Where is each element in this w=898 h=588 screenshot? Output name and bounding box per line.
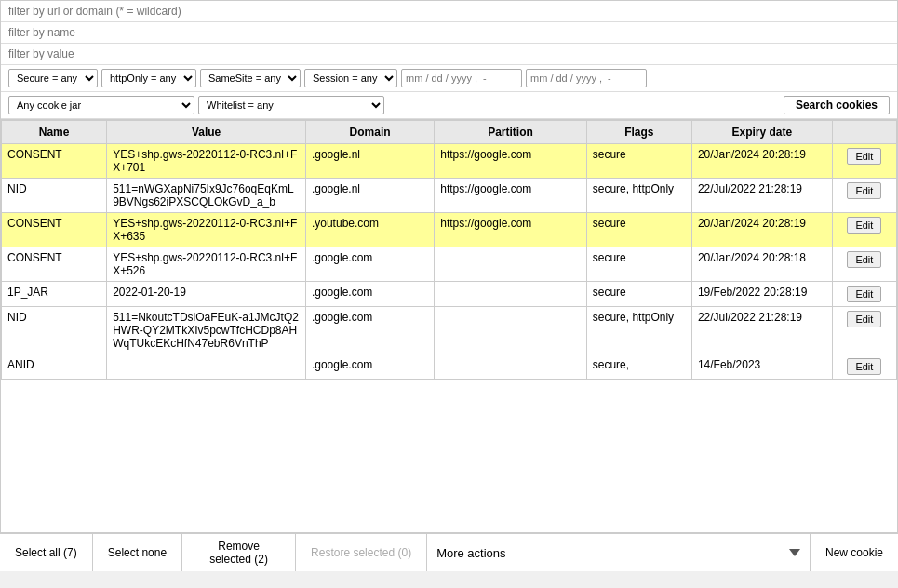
edit-button[interactable]: Edit — [847, 286, 881, 302]
cell-value — [107, 354, 306, 380]
col-header-partition: Partition — [435, 121, 586, 144]
col-header-flags: Flags — [586, 121, 691, 144]
cell-expiry: 14/Feb/2023 — [691, 354, 832, 380]
cell-flags: secure, httpOnly — [586, 307, 691, 354]
cell-partition: https://google.com — [435, 213, 586, 247]
cell-domain: .google.nl — [305, 144, 434, 179]
cell-name: ANID — [2, 354, 107, 380]
edit-button[interactable]: Edit — [847, 182, 881, 199]
cell-flags: secure — [586, 144, 691, 179]
table-header-row: Name Value Domain Partition Flags Expiry… — [2, 121, 897, 144]
dropdown-row-2: Any cookie jar Whitelist = any Search co… — [1, 92, 897, 119]
cell-domain: .google.com — [305, 354, 434, 380]
col-header-name: Name — [2, 121, 107, 144]
cell-expiry: 20/Jan/2024 20:28:19 — [691, 213, 832, 247]
samesite-dropdown[interactable]: SameSite = any — [200, 69, 301, 87]
edit-button[interactable]: Edit — [847, 311, 881, 327]
cell-name: 1P_JAR — [2, 282, 107, 307]
col-header-domain: Domain — [305, 121, 434, 144]
table-row: CONSENT YES+shp.gws-20220112-0-RC3.nl+FX… — [2, 144, 897, 179]
dropdown-row-1: Secure = any httpOnly = any SameSite = a… — [1, 65, 897, 92]
cell-expiry: 22/Jul/2022 21:28:19 — [691, 307, 832, 354]
cell-value: 511=nWGXapNi75Ix9Jc76oqEqKmL9BVNgs62iPXS… — [107, 179, 306, 213]
bottom-bar: Select all (7) Select none Remove select… — [0, 533, 898, 571]
select-none-button[interactable]: Select none — [93, 534, 182, 571]
cell-domain: .google.nl — [305, 179, 434, 213]
cell-flags: secure — [586, 247, 691, 282]
table-body: CONSENT YES+shp.gws-20220112-0-RC3.nl+FX… — [2, 144, 897, 380]
new-cookie-button[interactable]: New cookie — [811, 534, 898, 571]
cell-name: CONSENT — [2, 213, 107, 247]
table-row: CONSENT YES+shp.gws-20220112-0-RC3.nl+FX… — [2, 247, 897, 282]
cell-edit: Edit — [832, 144, 896, 179]
restore-selected-button[interactable]: Restore selected (0) — [296, 534, 427, 571]
cell-partition — [435, 247, 586, 282]
table-row: 1P_JAR 2022-01-20-19 .google.com secure … — [2, 282, 897, 307]
cell-flags: secure, httpOnly — [586, 179, 691, 213]
cell-flags: secure — [586, 213, 691, 247]
cell-partition — [435, 307, 586, 354]
cell-value: 511=NkoutcTDsiOaFEuK-a1JMcJtQ2HWR-QY2MTk… — [107, 307, 306, 354]
edit-button[interactable]: Edit — [847, 358, 881, 375]
filter-section: Secure = any httpOnly = any SameSite = a… — [0, 0, 898, 119]
cell-name: NID — [2, 307, 107, 354]
cookies-table: Name Value Domain Partition Flags Expiry… — [1, 120, 897, 380]
cell-edit: Edit — [832, 179, 896, 213]
edit-button[interactable]: Edit — [847, 217, 881, 234]
select-all-button[interactable]: Select all (7) — [0, 534, 93, 571]
name-filter-row — [1, 22, 897, 44]
cell-expiry: 20/Jan/2024 20:28:19 — [691, 144, 832, 179]
search-cookies-button[interactable]: Search cookies — [784, 96, 890, 114]
col-header-value: Value — [107, 121, 306, 144]
cell-expiry: 20/Jan/2024 20:28:18 — [691, 247, 832, 282]
cell-domain: .google.com — [305, 282, 434, 307]
value-filter-row — [1, 44, 897, 65]
name-filter-input[interactable] — [8, 26, 890, 39]
edit-button[interactable]: Edit — [847, 148, 881, 165]
table-row: CONSENT YES+shp.gws-20220112-0-RC3.nl+FX… — [2, 213, 897, 247]
col-header-expiry: Expiry date — [691, 121, 832, 144]
cell-name: NID — [2, 179, 107, 213]
table-row: NID 511=nWGXapNi75Ix9Jc76oqEqKmL9BVNgs62… — [2, 179, 897, 213]
cookie-jar-dropdown[interactable]: Any cookie jar — [8, 96, 194, 114]
url-filter-input[interactable] — [8, 5, 890, 18]
cell-edit: Edit — [832, 282, 896, 307]
cell-value: YES+shp.gws-20220112-0-RC3.nl+FX+526 — [107, 247, 306, 282]
session-dropdown[interactable]: Session = any — [304, 69, 397, 87]
url-filter-row — [1, 1, 897, 22]
cell-partition: https://google.com — [435, 144, 586, 179]
whitelist-dropdown[interactable]: Whitelist = any — [198, 96, 384, 114]
cell-domain: .youtube.com — [305, 213, 434, 247]
cell-flags: secure, — [586, 354, 691, 380]
col-header-actions — [832, 121, 896, 144]
cell-edit: Edit — [832, 247, 896, 282]
cell-edit: Edit — [832, 307, 896, 354]
cell-domain: .google.com — [305, 247, 434, 282]
cell-partition — [435, 282, 586, 307]
cell-edit: Edit — [832, 354, 896, 380]
more-actions-dropdown[interactable]: More actions — [427, 534, 811, 571]
secure-dropdown[interactable]: Secure = any — [8, 69, 98, 87]
edit-button[interactable]: Edit — [847, 251, 881, 268]
date-to-input[interactable] — [526, 69, 647, 87]
cell-domain: .google.com — [305, 307, 434, 354]
table-row: ANID .google.com secure, 14/Feb/2023 Edi… — [2, 354, 897, 380]
cell-name: CONSENT — [2, 247, 107, 282]
value-filter-input[interactable] — [8, 47, 890, 60]
date-from-input[interactable] — [401, 69, 522, 87]
cell-flags: secure — [586, 282, 691, 307]
cell-expiry: 19/Feb/2022 20:28:19 — [691, 282, 832, 307]
cell-value: YES+shp.gws-20220112-0-RC3.nl+FX+635 — [107, 213, 306, 247]
cell-expiry: 22/Jul/2022 21:28:19 — [691, 179, 832, 213]
httponly-dropdown[interactable]: httpOnly = any — [101, 69, 196, 87]
cell-partition — [435, 354, 586, 380]
cell-value: YES+shp.gws-20220112-0-RC3.nl+FX+701 — [107, 144, 306, 179]
cell-value: 2022-01-20-19 — [107, 282, 306, 307]
cell-edit: Edit — [832, 213, 896, 247]
cell-partition: https://google.com — [435, 179, 586, 213]
more-actions-wrapper: More actions New cookie — [427, 534, 898, 571]
cell-name: CONSENT — [2, 144, 107, 179]
cookies-table-container: Name Value Domain Partition Flags Expiry… — [0, 119, 898, 533]
table-row: NID 511=NkoutcTDsiOaFEuK-a1JMcJtQ2HWR-QY… — [2, 307, 897, 354]
remove-selected-button[interactable]: Remove selected (2) — [182, 534, 296, 571]
